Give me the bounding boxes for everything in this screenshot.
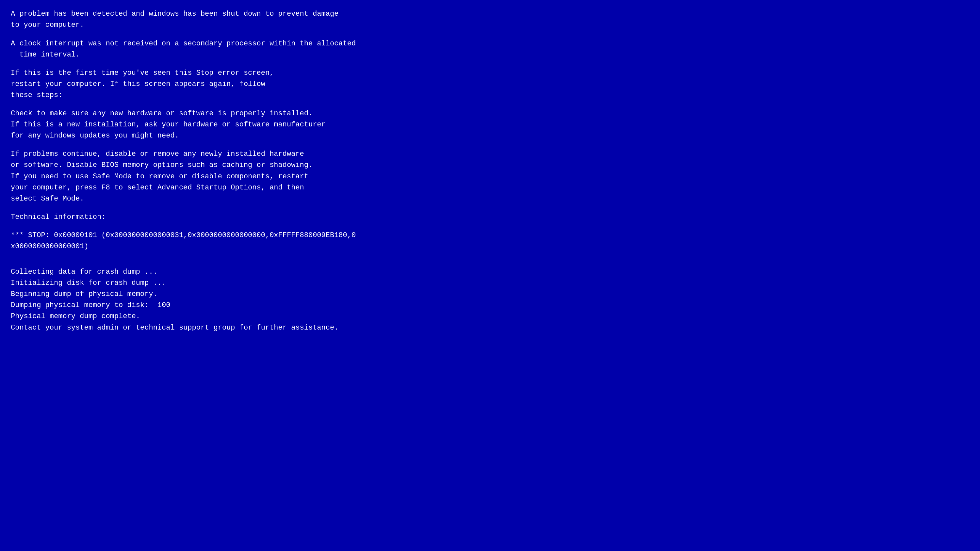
bsod-line-1: A problem has been detected and windows … bbox=[11, 8, 969, 20]
bsod-line-12: or software. Disable BIOS memory options… bbox=[11, 160, 969, 171]
bsod-line-6: restart your computer. If this screen ap… bbox=[11, 79, 969, 90]
bsod-stop-code-1: *** STOP: 0x00000101 (0x0000000000000031… bbox=[11, 230, 969, 241]
bsod-line-10: for any windows updates you might need. bbox=[11, 130, 969, 141]
bsod-stop-code-2: x0000000000000001) bbox=[11, 241, 969, 252]
bsod-line-2: to your computer. bbox=[11, 20, 969, 31]
bsod-line-9: If this is a new installation, ask your … bbox=[11, 119, 969, 130]
bsod-line-3: A clock interrupt was not received on a … bbox=[11, 38, 969, 49]
bsod-crash-line-1: Collecting data for crash dump ... bbox=[11, 267, 969, 278]
bsod-line-16: Technical information: bbox=[11, 212, 969, 223]
spacer-7 bbox=[11, 252, 969, 259]
bsod-screen: A problem has been detected and windows … bbox=[0, 0, 980, 551]
spacer-6 bbox=[11, 223, 969, 230]
bsod-line-4: time interval. bbox=[11, 49, 969, 60]
bsod-line-14: your computer, press F8 to select Advanc… bbox=[11, 182, 969, 193]
bsod-crash-line-6: Contact your system admin or technical s… bbox=[11, 322, 969, 333]
bsod-crash-line-4: Dumping physical memory to disk: 100 bbox=[11, 300, 969, 311]
spacer-8 bbox=[11, 259, 969, 267]
bsod-line-7: these steps: bbox=[11, 90, 969, 101]
spacer-1 bbox=[11, 31, 969, 38]
bsod-crash-line-2: Initializing disk for crash dump ... bbox=[11, 278, 969, 289]
bsod-line-11: If problems continue, disable or remove … bbox=[11, 149, 969, 160]
spacer-3 bbox=[11, 101, 969, 108]
bsod-line-13: If you need to use Safe Mode to remove o… bbox=[11, 171, 969, 182]
bsod-crash-line-3: Beginning dump of physical memory. bbox=[11, 289, 969, 300]
spacer-2 bbox=[11, 60, 969, 68]
spacer-4 bbox=[11, 141, 969, 149]
spacer-5 bbox=[11, 205, 969, 212]
bsod-line-8: Check to make sure any new hardware or s… bbox=[11, 108, 969, 119]
bsod-line-5: If this is the first time you've seen th… bbox=[11, 68, 969, 79]
bsod-crash-line-5: Physical memory dump complete. bbox=[11, 311, 969, 322]
bsod-line-15: select Safe Mode. bbox=[11, 193, 969, 205]
